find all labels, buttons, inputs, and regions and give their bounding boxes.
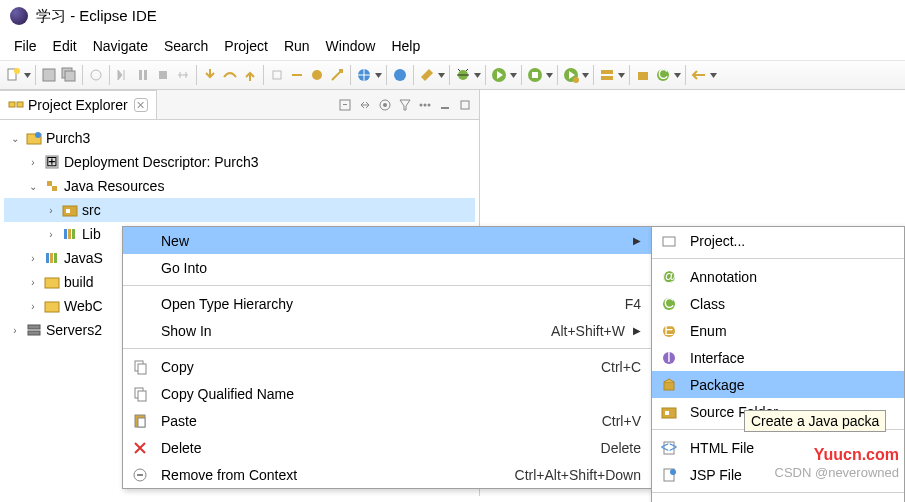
dropdown-arrow-icon[interactable] — [438, 72, 445, 79]
step-into-icon[interactable] — [201, 66, 219, 84]
menu-window[interactable]: Window — [320, 36, 382, 56]
folder-icon — [44, 298, 60, 314]
globe-icon[interactable] — [391, 66, 409, 84]
submenu-item-class[interactable]: CClass — [652, 290, 904, 317]
menu-item-copy[interactable]: CopyCtrl+C — [123, 353, 651, 380]
debug-button[interactable] — [454, 66, 472, 84]
dropdown-arrow-icon[interactable] — [510, 72, 517, 79]
paste-icon — [129, 413, 151, 429]
tool-button[interactable] — [308, 66, 326, 84]
step-over-icon[interactable] — [221, 66, 239, 84]
submenu-item-filter[interactable]: Filter — [652, 497, 904, 502]
resume-icon[interactable] — [114, 66, 132, 84]
svg-text:I: I — [667, 350, 671, 365]
pause-icon[interactable] — [134, 66, 152, 84]
collapse-all-icon[interactable] — [337, 97, 353, 113]
menu-navigate[interactable]: Navigate — [87, 36, 154, 56]
project-explorer-tab[interactable]: Project Explorer ✕ — [0, 90, 157, 119]
view-menu-icon[interactable] — [417, 97, 433, 113]
expand-icon[interactable]: › — [44, 205, 58, 216]
dropdown-arrow-icon[interactable] — [710, 72, 717, 79]
expand-icon[interactable]: › — [44, 229, 58, 240]
expand-icon[interactable]: ⌄ — [26, 181, 40, 192]
disconnect-icon[interactable] — [174, 66, 192, 84]
browser-icon[interactable] — [355, 66, 373, 84]
tree-node-project[interactable]: ⌄Purch3 — [4, 126, 475, 150]
tool-button[interactable] — [288, 66, 306, 84]
run-server-button[interactable] — [562, 66, 580, 84]
svg-rect-44 — [64, 229, 67, 239]
menu-run[interactable]: Run — [278, 36, 316, 56]
dropdown-arrow-icon[interactable] — [674, 72, 681, 79]
menu-search[interactable]: Search — [158, 36, 214, 56]
link-editor-icon[interactable] — [357, 97, 373, 113]
save-all-button[interactable] — [60, 66, 78, 84]
svg-text:C: C — [664, 296, 674, 311]
menu-help[interactable]: Help — [385, 36, 426, 56]
interface-icon: I — [658, 350, 680, 366]
library-icon — [62, 226, 78, 242]
expand-icon[interactable]: › — [26, 301, 40, 312]
tree-node-deployment[interactable]: ›⊞Deployment Descriptor: Purch3 — [4, 150, 475, 174]
new-button[interactable] — [4, 66, 22, 84]
submenu-item-package[interactable]: Package — [652, 371, 904, 398]
pane-header: Project Explorer ✕ — [0, 90, 479, 120]
submenu-item-annotation[interactable]: @Annotation — [652, 263, 904, 290]
submenu-item-project[interactable]: Project... — [652, 227, 904, 254]
copy-icon — [129, 359, 151, 375]
dropdown-arrow-icon[interactable] — [474, 72, 481, 79]
dropdown-arrow-icon[interactable] — [24, 72, 31, 79]
minimize-icon[interactable] — [437, 97, 453, 113]
expand-icon[interactable]: ⌄ — [8, 133, 22, 144]
close-tab-icon[interactable]: ✕ — [134, 98, 148, 112]
html-file-icon: <> — [658, 440, 680, 456]
run-button[interactable] — [490, 66, 508, 84]
menu-item-remove-context[interactable]: Remove from ContextCtrl+Alt+Shift+Down — [123, 461, 651, 488]
menu-file[interactable]: File — [8, 36, 43, 56]
tree-node-src[interactable]: ›src — [4, 198, 475, 222]
svg-text:E: E — [664, 323, 673, 338]
svg-rect-61 — [137, 474, 143, 476]
svg-rect-8 — [159, 71, 167, 79]
submenu-item-enum[interactable]: EEnum — [652, 317, 904, 344]
coverage-button[interactable] — [526, 66, 544, 84]
tree-node-java-resources[interactable]: ⌄Java Resources — [4, 174, 475, 198]
new-class-button[interactable]: C — [654, 66, 672, 84]
new-package-button[interactable] — [634, 66, 652, 84]
dropdown-arrow-icon[interactable] — [546, 72, 553, 79]
tool-button[interactable] — [328, 66, 346, 84]
expand-icon[interactable]: › — [8, 325, 22, 336]
maximize-icon[interactable] — [457, 97, 473, 113]
focus-icon[interactable] — [377, 97, 393, 113]
drop-frame-icon[interactable] — [268, 66, 286, 84]
menu-item-open-type-hierarchy[interactable]: Open Type HierarchyF4 — [123, 290, 651, 317]
deployment-icon: ⊞ — [44, 154, 60, 170]
new-server-button[interactable] — [598, 66, 616, 84]
menu-item-go-into[interactable]: Go Into — [123, 254, 651, 281]
menu-item-delete[interactable]: DeleteDelete — [123, 434, 651, 461]
window-title: 学习 - Eclipse IDE — [36, 7, 157, 26]
menu-project[interactable]: Project — [218, 36, 274, 56]
svg-point-31 — [420, 103, 423, 106]
dropdown-arrow-icon[interactable] — [618, 72, 625, 79]
menu-edit[interactable]: Edit — [47, 36, 83, 56]
dropdown-arrow-icon[interactable] — [582, 72, 589, 79]
dropdown-arrow-icon[interactable] — [375, 72, 382, 79]
expand-icon[interactable]: › — [26, 253, 40, 264]
menu-item-copy-qualified-name[interactable]: Copy Qualified Name — [123, 380, 651, 407]
tool-button[interactable] — [87, 66, 105, 84]
submenu-item-interface[interactable]: IInterface — [652, 344, 904, 371]
svg-point-37 — [35, 132, 41, 138]
step-return-icon[interactable] — [241, 66, 259, 84]
menu-item-paste[interactable]: PasteCtrl+V — [123, 407, 651, 434]
expand-icon[interactable]: › — [26, 277, 40, 288]
expand-icon[interactable]: › — [26, 157, 40, 168]
save-button[interactable] — [40, 66, 58, 84]
stop-icon[interactable] — [154, 66, 172, 84]
filter-icon[interactable] — [397, 97, 413, 113]
menu-item-show-in[interactable]: Show InAlt+Shift+W▶ — [123, 317, 651, 344]
menu-item-new[interactable]: New▶ — [123, 227, 651, 254]
tool-button[interactable] — [690, 66, 708, 84]
wizard-icon[interactable] — [418, 66, 436, 84]
svg-rect-34 — [441, 107, 449, 109]
